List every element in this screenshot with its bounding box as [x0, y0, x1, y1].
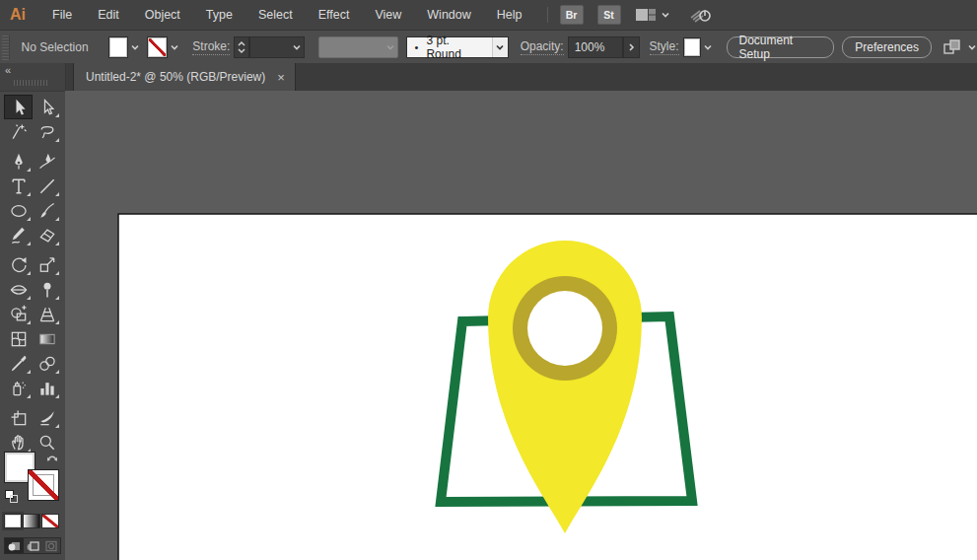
- lasso-tool[interactable]: [33, 119, 61, 144]
- stroke-proxy-swatch[interactable]: [28, 469, 59, 501]
- panel-drag-grip[interactable]: [14, 80, 49, 86]
- selection-status: No Selection: [22, 40, 89, 54]
- menu-bar: Ai File Edit Object Type Select Effect V…: [0, 0, 977, 30]
- collapse-panel-icon[interactable]: «: [5, 64, 11, 76]
- drawing-mode-buttons: [4, 537, 61, 554]
- workspace-switcher-icon[interactable]: [635, 7, 657, 23]
- pen-tool[interactable]: [4, 149, 33, 174]
- menu-edit[interactable]: Edit: [85, 0, 132, 30]
- stock-button[interactable]: St: [597, 5, 621, 25]
- workspace-chevron-down-icon[interactable]: [661, 10, 670, 20]
- draw-behind-button[interactable]: [24, 538, 42, 553]
- menu-file[interactable]: File: [39, 0, 85, 30]
- variable-width-dropdown: [318, 36, 398, 58]
- artboard-tool[interactable]: [4, 405, 33, 430]
- fill-color-swatch[interactable]: [108, 36, 129, 58]
- style-chevron-down-icon[interactable]: [701, 37, 714, 57]
- curvature-tool[interactable]: [33, 149, 61, 174]
- tools-panel-header: «: [0, 63, 65, 92]
- brush-chevron-down-icon[interactable]: [492, 37, 508, 57]
- brush-bullet: •: [415, 41, 419, 53]
- opacity-chevron-right-icon[interactable]: [623, 36, 639, 58]
- rotate-tool[interactable]: [4, 252, 33, 277]
- document-tab[interactable]: Untitled-2* @ 50% (RGB/Preview) ×: [73, 63, 296, 91]
- default-fill-stroke-icon[interactable]: [4, 489, 19, 508]
- column-graph-tool[interactable]: [33, 376, 61, 400]
- mesh-tool[interactable]: [4, 326, 33, 351]
- eraser-tool[interactable]: [33, 223, 61, 247]
- panel-grip[interactable]: [2, 35, 10, 60]
- document-tab-title: Untitled-2* @ 50% (RGB/Preview): [86, 70, 265, 84]
- menu-window[interactable]: Window: [414, 0, 483, 30]
- canvas-area[interactable]: [65, 91, 977, 560]
- opacity-input[interactable]: 100%: [568, 36, 624, 58]
- opacity-label[interactable]: Opacity:: [521, 39, 564, 55]
- brush-definition-dropdown[interactable]: • 3 pt. Round: [406, 36, 509, 58]
- menu-help[interactable]: Help: [484, 0, 535, 30]
- width-tool[interactable]: [4, 277, 33, 302]
- brush-definition-value: 3 pt. Round: [426, 34, 482, 61]
- shaper-tool[interactable]: [4, 223, 33, 247]
- slice-tool[interactable]: [33, 405, 61, 430]
- type-tool[interactable]: [4, 174, 33, 198]
- paint-style-buttons: [4, 514, 61, 528]
- menu-type[interactable]: Type: [193, 0, 245, 30]
- direct-selection-tool[interactable]: [33, 95, 61, 119]
- document-setup-button[interactable]: Document Setup: [727, 36, 835, 58]
- style-label[interactable]: Style:: [650, 39, 679, 55]
- line-segment-tool[interactable]: [33, 174, 61, 198]
- menu-separator: [547, 7, 548, 23]
- draw-normal-button[interactable]: [5, 538, 24, 553]
- eyedropper-tool[interactable]: [4, 351, 33, 376]
- gradient-button[interactable]: [23, 514, 40, 528]
- illustrator-window: Ai File Edit Object Type Select Effect V…: [0, 0, 977, 560]
- paintbrush-tool[interactable]: [33, 198, 61, 223]
- symbol-sprayer-tool[interactable]: [4, 376, 33, 400]
- arrange-documents-chevron-down-icon[interactable]: [967, 42, 977, 52]
- stroke-color-swatch[interactable]: [147, 36, 168, 58]
- pin-ring-hole[interactable]: [527, 291, 602, 366]
- illustrator-logo: Ai: [10, 6, 26, 24]
- fill-chevron-down-icon[interactable]: [128, 37, 141, 57]
- color-button[interactable]: [4, 514, 22, 528]
- arrange-documents-icon[interactable]: [942, 38, 963, 56]
- style-swatch[interactable]: [683, 37, 702, 57]
- stroke-weight-label[interactable]: Stroke:: [192, 39, 230, 55]
- tool-grid: [4, 95, 61, 455]
- shape-builder-tool[interactable]: [4, 302, 33, 326]
- stroke-weight-stepper[interactable]: [234, 36, 248, 58]
- ellipse-tool[interactable]: [4, 198, 33, 223]
- control-bar: No Selection Stroke: • 3 pt. Round Opac: [0, 30, 977, 65]
- fill-stroke-proxy: [4, 452, 61, 507]
- draw-inside-button: [41, 538, 60, 553]
- tab-close-icon[interactable]: ×: [277, 71, 285, 84]
- menu-select[interactable]: Select: [245, 0, 306, 30]
- stroke-chevron-down-icon[interactable]: [168, 37, 180, 57]
- menu-object[interactable]: Object: [132, 0, 193, 30]
- bridge-button[interactable]: Br: [560, 5, 584, 25]
- scale-tool[interactable]: [33, 252, 61, 277]
- selection-tool[interactable]: [4, 95, 33, 119]
- artwork-svg: [65, 91, 977, 560]
- document-tab-bar: Untitled-2* @ 50% (RGB/Preview) ×: [65, 63, 977, 92]
- tools-panel: «: [0, 63, 66, 560]
- puppet-warp-tool[interactable]: [33, 277, 61, 302]
- stroke-weight-dropdown[interactable]: [249, 36, 305, 58]
- perspective-grid-tool[interactable]: [33, 302, 61, 326]
- blend-tool[interactable]: [33, 351, 61, 376]
- swap-fill-stroke-icon[interactable]: [45, 452, 59, 469]
- gradient-tool[interactable]: [33, 326, 61, 351]
- preferences-button[interactable]: Preferences: [842, 36, 932, 58]
- power-sync-icon[interactable]: [688, 6, 714, 24]
- menu-effect[interactable]: Effect: [306, 0, 363, 30]
- menu-view[interactable]: View: [362, 0, 414, 30]
- none-button[interactable]: [41, 514, 59, 528]
- magic-wand-tool[interactable]: [4, 119, 33, 144]
